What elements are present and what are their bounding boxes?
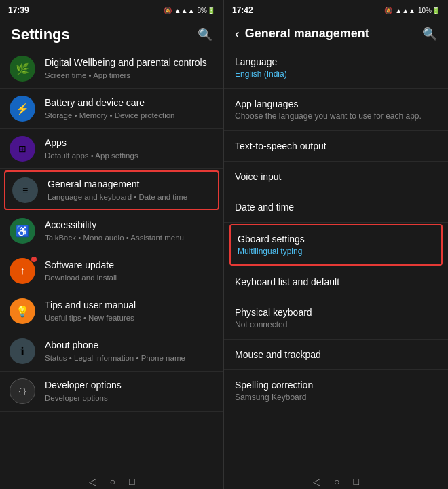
signal-icon: ▲▲▲ [174, 7, 195, 14]
battery-title: Battery and device care [45, 96, 214, 109]
tips-text: Tips and user manual Useful tips • New f… [45, 299, 214, 323]
left-title: Settings [11, 26, 70, 43]
tips-title: Tips and user manual [45, 299, 214, 311]
apps-icon: ⊞ [10, 136, 35, 162]
general-mgmt-title: General management [48, 178, 211, 190]
setting-item-tips[interactable]: 💡 Tips and user manual Useful tips • New… [0, 291, 223, 331]
right-settings-list: Language English (India) App languages C… [224, 47, 448, 474]
right-panel: 17:42 🔕 ▲▲▲ 10%🔋 ‹ General management 🔍 … [224, 0, 448, 489]
setting-item-about-phone[interactable]: ℹ About phone Status • Legal information… [0, 331, 223, 372]
accessibility-title: Accessibility [45, 219, 214, 231]
developer-options-text: Developer options Developer options [45, 379, 214, 403]
nav-bar-right: ◁ ○ □ [224, 474, 448, 489]
setting-item-digital-wellbeing[interactable]: 🌿 Digital Wellbeing and parental control… [0, 49, 223, 89]
status-icons-left: 🔕 ▲▲▲ 8%🔋 [164, 7, 215, 14]
about-phone-title: About phone [45, 339, 214, 351]
mouse-trackpad-title: Mouse and trackpad [235, 349, 437, 360]
status-bar-left: 17:39 🔕 ▲▲▲ 8%🔋 [0, 0, 223, 19]
right-header-left: ‹ General management [235, 26, 369, 41]
setting-item-general-management[interactable]: ≡ General management Language and keyboa… [4, 170, 219, 210]
right-item-mouse-trackpad[interactable]: Mouse and trackpad [224, 340, 448, 370]
software-update-text: Software update Download and install [45, 259, 214, 283]
right-header: ‹ General management 🔍 [224, 19, 448, 47]
language-subtitle: English (India) [235, 69, 437, 79]
developer-options-icon: { } [10, 378, 35, 404]
right-item-spelling-correction[interactable]: Spelling correction Samsung Keyboard [224, 370, 448, 412]
tts-title: Text-to-speech output [235, 141, 437, 151]
date-time-title: Date and time [235, 202, 437, 213]
physical-keyboard-title: Physical keyboard [235, 307, 437, 318]
signal-icon-right: ▲▲▲ [395, 7, 415, 14]
gboard-subtitle: Multilingual typing [238, 247, 434, 256]
setting-item-apps[interactable]: ⊞ Apps Default apps • App settings [0, 129, 223, 169]
digital-wellbeing-text: Digital Wellbeing and parental controls … [45, 56, 214, 80]
battery-icon-right: 10%🔋 [418, 7, 440, 14]
nav-back-right[interactable]: ◁ [313, 476, 320, 487]
setting-item-battery[interactable]: ⚡ Battery and device care Storage • Memo… [0, 89, 223, 129]
spelling-correction-title: Spelling correction [235, 380, 437, 391]
developer-options-title: Developer options [45, 379, 214, 391]
status-bar-right: 17:42 🔕 ▲▲▲ 10%🔋 [224, 0, 448, 19]
notification-icon-right: 🔕 [384, 7, 392, 14]
time-right: 17:42 [232, 5, 253, 15]
left-panel: 17:39 🔕 ▲▲▲ 8%🔋 Settings 🔍 🌿 Digital Wel… [0, 0, 224, 489]
about-phone-text: About phone Status • Legal information •… [45, 339, 214, 363]
software-update-icon: ↑ [10, 258, 35, 284]
about-phone-icon: ℹ [10, 338, 35, 364]
right-item-app-languages[interactable]: App languages Choose the language you wa… [224, 89, 448, 131]
language-title: Language [235, 56, 437, 67]
app-languages-subtitle: Choose the language you want to use for … [235, 111, 437, 121]
about-phone-subtitle: Status • Legal information • Phone name [45, 353, 214, 363]
time-left: 17:39 [8, 5, 29, 15]
accessibility-icon: ♿ [10, 218, 35, 244]
tips-icon: 💡 [10, 298, 35, 324]
left-header: Settings 🔍 [0, 19, 223, 49]
app-languages-title: App languages [235, 98, 437, 109]
gboard-title: Gboard settings [238, 234, 434, 244]
battery-subtitle: Storage • Memory • Device protection [45, 111, 214, 121]
accessibility-subtitle: TalkBack • Mono audio • Assistant menu [45, 233, 214, 243]
search-icon-left[interactable]: 🔍 [198, 27, 212, 42]
digital-wellbeing-title: Digital Wellbeing and parental controls [45, 56, 214, 69]
keyboard-list-title: Keyboard list and default [235, 276, 437, 287]
general-mgmt-text: General management Language and keyboard… [48, 178, 211, 202]
physical-keyboard-subtitle: Not connected [235, 320, 437, 329]
update-badge [31, 257, 37, 262]
battery-icon: 8%🔋 [198, 7, 215, 14]
back-button[interactable]: ‹ [235, 26, 240, 41]
left-settings-list: 🌿 Digital Wellbeing and parental control… [0, 49, 223, 474]
right-item-language[interactable]: Language English (India) [224, 47, 448, 89]
battery-care-icon: ⚡ [10, 96, 35, 122]
tips-subtitle: Useful tips • New features [45, 313, 214, 323]
apps-subtitle: Default apps • App settings [45, 151, 214, 161]
battery-text: Battery and device care Storage • Memory… [45, 96, 214, 120]
nav-recents-right[interactable]: □ [354, 476, 359, 487]
right-title: General management [245, 26, 369, 41]
digital-wellbeing-subtitle: Screen time • App timers [45, 71, 214, 81]
setting-item-accessibility[interactable]: ♿ Accessibility TalkBack • Mono audio • … [0, 211, 223, 251]
apps-title: Apps [45, 137, 214, 149]
notification-icon: 🔕 [164, 7, 172, 14]
spelling-correction-subtitle: Samsung Keyboard [235, 393, 437, 402]
nav-home-right[interactable]: ○ [334, 476, 339, 487]
nav-home-left[interactable]: ○ [110, 476, 115, 487]
right-item-physical-keyboard[interactable]: Physical keyboard Not connected [224, 297, 448, 340]
setting-item-software-update[interactable]: ↑ Software update Download and install [0, 251, 223, 291]
accessibility-text: Accessibility TalkBack • Mono audio • As… [45, 219, 214, 242]
right-item-tts[interactable]: Text-to-speech output [224, 131, 448, 162]
setting-item-developer-options[interactable]: { } Developer options Developer options [0, 372, 223, 412]
general-mgmt-icon: ≡ [12, 177, 38, 203]
digital-wellbeing-icon: 🌿 [10, 56, 35, 82]
nav-bar-left: ◁ ○ □ [0, 474, 223, 489]
right-item-gboard[interactable]: Gboard settings Multilingual typing [229, 224, 443, 266]
right-item-keyboard-list[interactable]: Keyboard list and default [224, 267, 448, 297]
general-mgmt-subtitle: Language and keyboard • Date and time [48, 192, 211, 202]
right-item-voice-input[interactable]: Voice input [224, 162, 448, 192]
software-update-title: Software update [45, 259, 214, 271]
nav-back-left[interactable]: ◁ [89, 476, 96, 487]
nav-recents-left[interactable]: □ [129, 476, 134, 487]
right-item-date-time[interactable]: Date and time [224, 192, 448, 223]
status-icons-right: 🔕 ▲▲▲ 10%🔋 [384, 7, 440, 14]
software-update-subtitle: Download and install [45, 273, 214, 283]
search-icon-right[interactable]: 🔍 [422, 26, 437, 41]
